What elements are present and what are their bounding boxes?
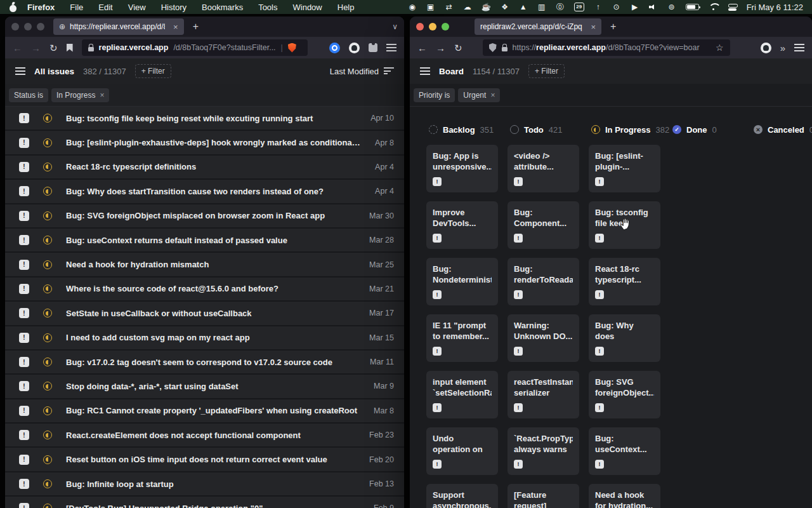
urgent-priority-icon[interactable]: ! <box>595 234 604 243</box>
board-card[interactable]: Undo operation on text input... ! <box>426 427 498 475</box>
battery-icon[interactable] <box>686 4 699 10</box>
urgent-priority-icon[interactable]: ! <box>514 460 523 469</box>
board-card[interactable]: IE 11 "prompt to remember... ! <box>426 314 498 362</box>
in-progress-status-icon[interactable] <box>43 406 52 415</box>
in-progress-status-icon[interactable] <box>43 163 52 171</box>
menubar-clock[interactable]: Fri May 6 11:22 <box>747 3 803 12</box>
urgent-priority-icon[interactable]: ! <box>514 290 523 299</box>
close-window-button[interactable] <box>416 23 424 30</box>
menu-item[interactable]: Help <box>337 3 355 12</box>
window-controls[interactable] <box>11 23 44 30</box>
github-extension-icon[interactable] <box>349 43 360 53</box>
urgent-priority-icon[interactable]: ! <box>19 455 29 465</box>
url-bar[interactable]: https:// repliear.vercel.app /d/8bTaoq7F… <box>483 39 730 56</box>
toolbar-overflow-icon[interactable]: » <box>780 43 785 53</box>
urgent-priority-icon[interactable]: ! <box>19 381 29 391</box>
urgent-priority-icon[interactable]: ! <box>433 177 442 186</box>
in-progress-status-icon[interactable] <box>43 114 52 123</box>
menu-item[interactable]: Firefox <box>27 3 55 12</box>
urgent-priority-icon[interactable]: ! <box>595 460 604 469</box>
board-card[interactable]: Bug: App is unresponsive... ! <box>426 145 498 192</box>
forward-button[interactable]: → <box>31 43 41 53</box>
board-card[interactable]: `React.PropTypes` always warns ab ! <box>508 427 579 475</box>
shield-extension-icon[interactable] <box>288 43 296 53</box>
extensions-puzzle-icon[interactable] <box>369 43 377 52</box>
issue-row[interactable]: ! Bug: [eslint-plugin-exhaustive-deps] h… <box>5 131 404 155</box>
issue-row[interactable]: ! Need a hook for hydration mismatch Mar… <box>5 253 404 277</box>
urgent-priority-icon[interactable]: ! <box>514 403 523 412</box>
back-button[interactable]: ← <box>13 43 22 53</box>
urgent-priority-icon[interactable]: ! <box>514 234 523 243</box>
onepassword-icon[interactable]: ⓪ <box>556 3 565 12</box>
in-progress-status-icon[interactable] <box>43 236 52 244</box>
apple-menu-icon[interactable] <box>9 3 17 12</box>
board-card[interactable]: Bug: useContext... ! <box>589 427 660 475</box>
menu-item[interactable]: Edit <box>98 3 112 12</box>
url-bar[interactable]: repliear.vercel.app /d/8bTaoq7F0e?status… <box>82 39 308 56</box>
urgent-priority-icon[interactable]: ! <box>595 403 604 412</box>
urgent-priority-icon[interactable]: ! <box>595 177 604 186</box>
urgent-priority-icon[interactable]: ! <box>433 290 442 299</box>
board-card[interactable]: Bug: Nondeterminist. ! <box>426 258 498 305</box>
board-card[interactable]: reactTestInstance serializer ! <box>508 371 579 418</box>
menu-item[interactable]: Window <box>293 3 322 12</box>
github-extension-icon[interactable] <box>761 43 771 53</box>
urgent-priority-icon[interactable]: ! <box>19 479 29 489</box>
urgent-priority-icon[interactable]: ! <box>595 290 604 299</box>
issue-row[interactable]: ! I need to add custom svg map on my rea… <box>5 326 404 351</box>
calendar-icon[interactable]: 29 <box>574 3 584 11</box>
urgent-priority-icon[interactable]: ! <box>19 162 29 172</box>
in-progress-status-icon[interactable] <box>43 187 52 196</box>
board-card[interactable]: Bug: Why does startTransitio... ! <box>589 314 660 362</box>
board-card[interactable]: Need a hook for hydration... ! <box>589 484 660 508</box>
docker-icon[interactable]: ☕ <box>481 3 491 12</box>
screen-share-icon[interactable]: ▣ <box>426 3 435 12</box>
menu-item[interactable]: File <box>70 3 83 12</box>
in-progress-status-icon[interactable] <box>43 382 52 391</box>
chip-close-icon[interactable]: × <box>100 91 104 100</box>
urgent-priority-icon[interactable]: ! <box>433 460 442 469</box>
issue-row[interactable]: ! Bug: SVG foreignObject misplaced on br… <box>5 204 404 229</box>
issue-row[interactable]: ! Stop doing data-*, aria-*, start using… <box>5 375 404 399</box>
browser-menu-icon[interactable] <box>386 44 396 51</box>
record-icon[interactable]: ◉ <box>408 3 417 12</box>
tab-overflow-icon[interactable]: ∨ <box>392 22 398 31</box>
urgent-priority-icon[interactable]: ! <box>19 503 29 508</box>
issue-row[interactable]: ! React.createElement does not accept fu… <box>5 424 404 448</box>
menu-item[interactable]: View <box>128 3 146 12</box>
urgent-priority-icon[interactable]: ! <box>19 138 29 148</box>
urgent-priority-icon[interactable]: ! <box>19 235 29 245</box>
urgent-priority-icon[interactable]: ! <box>19 357 29 367</box>
in-progress-status-icon[interactable] <box>43 455 52 464</box>
urgent-priority-icon[interactable]: ! <box>19 333 29 343</box>
urgent-priority-icon[interactable]: ! <box>433 403 442 412</box>
wifi-icon[interactable] <box>709 3 719 11</box>
back-button[interactable]: ← <box>417 43 427 53</box>
board-card[interactable]: Bug: [eslint-plugin-... ! <box>589 145 660 192</box>
tracking-protection-shield-icon[interactable] <box>489 43 497 52</box>
zoom-window-button[interactable] <box>37 23 44 30</box>
board-card[interactable]: Support asynchronous... ! <box>426 484 498 508</box>
urgent-priority-icon[interactable]: ! <box>514 177 523 186</box>
sort-control[interactable]: Last Modified <box>330 67 394 76</box>
board-card[interactable]: Improve DevTools... ! <box>426 201 498 249</box>
minimize-window-button[interactable] <box>429 23 436 30</box>
app-menu-icon[interactable] <box>15 67 25 75</box>
issue-row[interactable]: ! Bug: RC1 Cannot create property '_upda… <box>5 399 404 424</box>
forward-button[interactable]: → <box>436 43 445 53</box>
play-icon[interactable]: ▶ <box>631 3 639 12</box>
urgent-priority-icon[interactable]: ! <box>19 260 29 270</box>
board-card[interactable]: Bug: SVG foreignObject... ! <box>589 371 660 418</box>
onepassword-extension-icon[interactable] <box>329 43 340 53</box>
sync-icon[interactable]: ⇄ <box>445 3 454 12</box>
in-progress-status-icon[interactable] <box>43 309 52 318</box>
in-progress-status-icon[interactable] <box>43 333 52 342</box>
in-progress-status-icon[interactable] <box>43 504 52 508</box>
filter-chip[interactable]: Urgent × <box>458 88 500 102</box>
urgent-priority-icon[interactable]: ! <box>19 284 29 294</box>
new-tab-button[interactable]: + <box>610 21 616 32</box>
board-card[interactable]: <video /> attribute... ! <box>508 145 579 192</box>
power-icon[interactable]: ⊙ <box>612 3 621 12</box>
urgent-priority-icon[interactable]: ! <box>514 347 523 356</box>
board-card[interactable]: [Feature request] expo... ! <box>508 484 579 508</box>
